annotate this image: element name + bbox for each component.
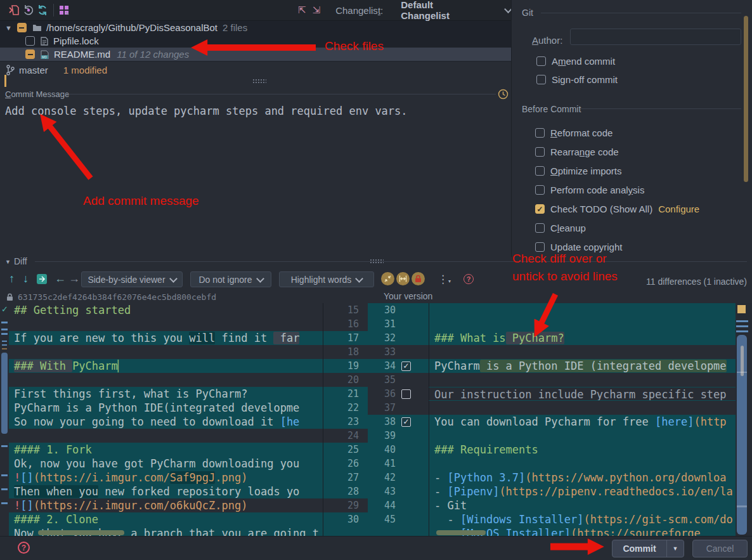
configure-link[interactable]: Configure	[658, 204, 699, 214]
changelist-dropdown-value[interactable]: Default Changelist	[401, 0, 484, 21]
change-marker[interactable]	[736, 325, 748, 327]
cancel-button[interactable]: Cancel	[692, 540, 748, 557]
change-marker[interactable]	[736, 330, 748, 332]
before-commit-option[interactable]: Cleanup	[535, 223, 586, 233]
commit-button[interactable]: Commit ▼	[612, 540, 684, 557]
group-by-icon[interactable]	[58, 4, 70, 16]
diff-left-line[interactable]: ## Getting started	[9, 303, 323, 317]
amend-checkbox[interactable]	[536, 56, 546, 66]
before-commit-option[interactable]: Reformat code	[535, 127, 613, 138]
prev-change-icon[interactable]: ←	[55, 272, 66, 285]
signoff-checkbox[interactable]	[536, 75, 546, 84]
diff-left-line[interactable]	[9, 373, 323, 387]
diff-right-line[interactable]: ### Requirements	[429, 443, 736, 457]
change-marker[interactable]	[1, 333, 8, 335]
diff-left-line[interactable]	[9, 317, 323, 331]
disable-editing-lock-icon[interactable]	[412, 272, 425, 285]
commit-message-input[interactable]: Add console steps, update pycharm steps …	[5, 105, 408, 117]
diff-right-line[interactable]: PyCharm is a Python IDE (integrated deve…	[429, 359, 736, 373]
commit-dropdown-icon[interactable]: ▼	[666, 540, 684, 557]
tree-file-row[interactable]: Pipfile.lock	[0, 34, 511, 48]
diff-right-line[interactable]: ### What is PyCharm?	[429, 331, 736, 345]
root-checkbox[interactable]	[17, 23, 27, 32]
diff-right-line[interactable]	[429, 317, 736, 331]
diff-left-line[interactable]: ![](https://i.imgur.com/o6kuQcZ.png)	[9, 498, 323, 512]
whitespace-dropdown[interactable]: Do not ignore	[190, 271, 271, 287]
commit-changes-icon[interactable]	[8, 4, 20, 16]
change-marker[interactable]	[1, 488, 8, 490]
pipfile-checkbox[interactable]	[25, 36, 35, 46]
refresh-icon[interactable]	[37, 4, 48, 16]
diff-right-line[interactable]	[429, 457, 736, 471]
diff-right-scrollbar-track[interactable]	[736, 317, 752, 331]
diff-right-line[interactable]	[429, 373, 736, 387]
option-checkbox[interactable]	[535, 242, 545, 252]
diff-left-line[interactable]: #### 2. Clone	[9, 512, 323, 526]
tree-file-row-selected[interactable]: MD README.md 11 of 12 changes	[0, 48, 511, 61]
collapse-all-icon[interactable]: ⇲	[313, 4, 321, 16]
before-commit-option[interactable]: Rearrange code	[535, 147, 619, 157]
change-marker[interactable]	[2, 341, 7, 342]
panel-scrollbar[interactable]	[744, 16, 748, 182]
viewer-mode-dropdown[interactable]: Side-by-side viewer	[81, 271, 183, 287]
change-marker[interactable]	[1, 322, 8, 323]
diff-right-line[interactable]	[429, 345, 736, 359]
signoff-commit-option[interactable]: Sign-off commit	[536, 74, 618, 85]
branch-name[interactable]: master	[19, 65, 48, 75]
diff-right-line[interactable]: Our instruction include Pycharm specific…	[429, 387, 736, 401]
diff-right-line[interactable]: You can download Pycharm for free [here]…	[429, 415, 736, 429]
diff-left-line[interactable]: So now your going to need to download it…	[9, 415, 323, 429]
option-checkbox[interactable]	[535, 128, 545, 138]
change-marker[interactable]	[1, 474, 8, 476]
before-commit-option[interactable]: ✓Check TODO (Show All)Configure	[535, 204, 699, 214]
collapse-unchanged-icon[interactable]	[381, 272, 394, 285]
change-marker[interactable]	[2, 344, 7, 346]
help-icon[interactable]: ?	[464, 274, 474, 284]
before-commit-option[interactable]: Perform code analysis	[535, 185, 644, 195]
diff-right-line[interactable]	[429, 429, 736, 443]
warning-marker[interactable]	[2, 348, 7, 349]
diff-right-line[interactable]	[429, 401, 736, 415]
message-history-icon[interactable]	[498, 89, 509, 100]
change-marker[interactable]	[1, 502, 8, 504]
right-hscrollbar-thumb[interactable]	[436, 530, 486, 535]
collapse-diff-icon[interactable]: ▼	[5, 259, 11, 265]
more-options-icon[interactable]: ⋮▾	[438, 273, 451, 286]
highlight-mode-dropdown[interactable]: Highlight words	[279, 271, 374, 287]
diff-left-line[interactable]: If you are new to this you will find it …	[9, 331, 323, 345]
readme-checkbox[interactable]	[25, 49, 35, 59]
option-checkbox[interactable]: ✓	[535, 204, 545, 214]
diff-splitter-handle[interactable]	[370, 259, 384, 263]
next-change-icon[interactable]: →	[68, 272, 80, 285]
diff-right-line[interactable]: - [Pipenv](https://pipenv.readthedocs.io…	[429, 485, 736, 498]
before-commit-option[interactable]: Optimize imports	[535, 166, 622, 176]
jump-to-source-icon[interactable]	[37, 274, 47, 284]
diff-left-line[interactable]: #### 1. Fork	[9, 443, 323, 457]
amend-commit-option[interactable]: Amend commit	[536, 56, 615, 67]
option-checkbox[interactable]	[535, 147, 545, 157]
option-checkbox[interactable]	[535, 185, 545, 195]
rollback-icon[interactable]	[23, 4, 34, 16]
diff-left-line[interactable]: ![](https://i.imgur.com/Saf9pgJ.png)	[9, 471, 323, 485]
diff-left-line[interactable]: Ok, now you have got PyCharm downloading…	[9, 457, 323, 471]
change-marker[interactable]	[1, 329, 8, 330]
diff-left-line[interactable]	[9, 345, 323, 359]
splitter-handle[interactable]	[252, 79, 266, 83]
tree-root-row[interactable]: ▼ /home/scragly/Github/PyDisSeasonalBot …	[0, 21, 511, 34]
before-commit-option[interactable]: Update copyright	[535, 242, 622, 252]
diff-left-line[interactable]: PyCharm is a Python IDE(integrated devel…	[9, 401, 323, 415]
change-include-checkbox[interactable]: ✓	[401, 361, 411, 371]
diff-right-line[interactable]: - [Python 3.7](https://www.python.org/do…	[429, 471, 736, 485]
author-input[interactable]	[570, 29, 741, 45]
diff-left-line[interactable]: ### With PyCharm▏	[9, 359, 323, 373]
diff-left-line[interactable]	[9, 429, 323, 443]
previous-difference-icon[interactable]: ↑	[9, 272, 15, 285]
left-scrollbar-thumb[interactable]	[1, 353, 8, 434]
option-checkbox[interactable]	[535, 166, 545, 176]
expand-all-icon[interactable]: ⇱	[298, 4, 306, 16]
left-hscrollbar-thumb[interactable]	[38, 530, 124, 535]
help-icon[interactable]: ?	[18, 542, 30, 554]
change-include-checkbox[interactable]	[401, 389, 411, 399]
diff-editor[interactable]: ## Getting started15301631If you are new…	[0, 303, 752, 536]
change-marker[interactable]	[1, 445, 8, 447]
